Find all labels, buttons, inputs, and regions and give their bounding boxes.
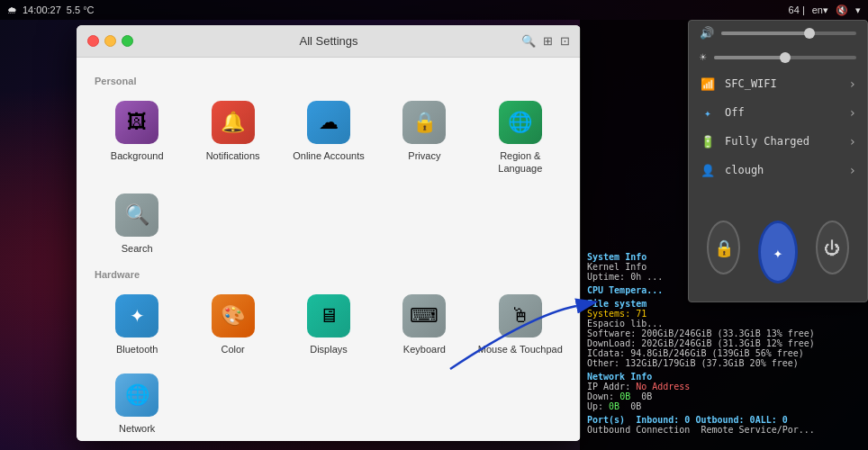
temperature-display: 5.5 °C bbox=[67, 4, 95, 15]
volume-slider-row: 🔊 bbox=[689, 21, 867, 45]
notifications-label: Notifications bbox=[206, 149, 260, 162]
settings-titlebar: All Settings 🔍 ⊞ ⊡ bbox=[77, 25, 581, 58]
system-dropdown-menu: 🔊 ☀ 📶 SFC_WIFI ✦ Off 🔋 Fully Ch bbox=[688, 20, 868, 302]
sidebar-item-privacy[interactable]: 🔒 Privacy bbox=[378, 94, 470, 183]
wifi-label: SFC_WIFI bbox=[725, 77, 777, 90]
background-icon: 🖼 bbox=[115, 101, 158, 144]
sysmon-espacio: Espacio lib... bbox=[587, 319, 861, 328]
search-label: Search bbox=[122, 242, 153, 255]
hardware-grid: ✦ Bluetooth 🎨 Color 🖥 Displays ⌨ Keyboar… bbox=[91, 287, 566, 441]
settings-body: Personal 🖼 Background 🔔 Notifications ☁ … bbox=[77, 58, 581, 441]
sidebar-item-region[interactable]: 🌐 Region & Language bbox=[475, 94, 566, 183]
sysmon-ip: IP Addr: No Address bbox=[587, 382, 861, 392]
sysmon-filesystem-systems: Systems: 71 bbox=[587, 309, 861, 319]
sidebar-item-color[interactable]: 🎨 Color bbox=[186, 287, 278, 363]
volume-slider-track[interactable] bbox=[721, 32, 856, 35]
volume-slider-icon: 🔊 bbox=[700, 26, 714, 40]
privacy-icon: 🔒 bbox=[402, 101, 446, 144]
network-icon: 🌐 bbox=[115, 374, 158, 417]
user-menu-item[interactable]: 👤 clough bbox=[689, 156, 867, 184]
privacy-label: Privacy bbox=[408, 149, 440, 162]
battery-label: Fully Charged bbox=[725, 135, 809, 148]
online-accounts-icon: ☁ bbox=[307, 101, 350, 144]
topbar: 🌧 14:00:27 5.5 °C 64 | en▾ 🔇 ▾ bbox=[0, 0, 868, 20]
displays-icon: 🖥 bbox=[307, 294, 350, 338]
mouse-icon: 🖱 bbox=[499, 294, 542, 338]
topbar-left: 🌧 14:00:27 5.5 °C bbox=[7, 4, 95, 15]
online-accounts-label: Online Accounts bbox=[293, 149, 365, 162]
sidebar-item-background[interactable]: 🖼 Background bbox=[91, 94, 183, 183]
hardware-section-label: Hardware bbox=[95, 269, 566, 280]
sidebar-item-bluetooth[interactable]: ✦ Bluetooth bbox=[91, 287, 183, 363]
sysmon-network-label: Network Info bbox=[587, 372, 861, 382]
brightness-slider-icon: ☀ bbox=[700, 50, 707, 64]
sysmon-other: Other: 132GiB/179GiB (37.3GiB 20% free) bbox=[587, 358, 861, 368]
star-circle-button[interactable]: ✦ bbox=[758, 220, 798, 284]
sysmon-icdata: ICdata: 94.8GiB/246GiB (139GiB 56% free) bbox=[587, 348, 861, 358]
weather-icon: 🌧 bbox=[7, 4, 17, 15]
personal-section-label: Personal bbox=[95, 76, 566, 86]
displays-label: Displays bbox=[310, 343, 348, 356]
personal-grid: 🖼 Background 🔔 Notifications ☁ Online Ac… bbox=[91, 94, 566, 262]
search-titlebar-icon[interactable]: 🔍 bbox=[521, 34, 536, 48]
sidebar-item-network[interactable]: 🌐 Network bbox=[91, 366, 183, 441]
settings-window: All Settings 🔍 ⊞ ⊡ Personal 🖼 Background… bbox=[77, 25, 581, 441]
titlebar-icons: 🔍 ⊞ ⊡ bbox=[521, 34, 570, 48]
region-icon: 🌐 bbox=[499, 101, 542, 144]
monitor-circles: 🔒 ✦ ⏻ bbox=[689, 202, 867, 302]
user-label: clough bbox=[725, 164, 764, 176]
bluetooth-menu-label: Off bbox=[725, 106, 745, 119]
sidebar-item-displays[interactable]: 🖥 Displays bbox=[283, 287, 375, 363]
system-menu-icon[interactable]: ▾ bbox=[855, 4, 861, 16]
search-settings-icon: 🔍 bbox=[115, 194, 158, 237]
notifications-icon: 🔔 bbox=[212, 101, 255, 144]
color-label: Color bbox=[221, 343, 244, 356]
sidebar-item-notifications[interactable]: 🔔 Notifications bbox=[186, 94, 278, 183]
brightness-slider-thumb[interactable] bbox=[780, 52, 791, 63]
minimize-button[interactable] bbox=[104, 35, 116, 47]
volume-slider-fill bbox=[721, 32, 809, 35]
language-selector[interactable]: en▾ bbox=[812, 4, 828, 16]
sysmon-software: Software: 200GiB/246GiB (33.3GiB 13% fre… bbox=[587, 328, 861, 338]
keyboard-label: Keyboard bbox=[403, 343, 446, 356]
brightness-slider-track[interactable] bbox=[714, 56, 856, 59]
wifi-menu-item[interactable]: 📶 SFC_WIFI bbox=[689, 69, 867, 98]
volume-slider-thumb[interactable] bbox=[804, 28, 815, 39]
bluetooth-menu-item[interactable]: ✦ Off bbox=[689, 98, 867, 127]
battery-menu-item[interactable]: 🔋 Fully Charged bbox=[689, 127, 867, 156]
user-menu-icon: 👤 bbox=[700, 162, 716, 178]
battery-icon: 🔋 bbox=[700, 133, 716, 149]
settings-window-title: All Settings bbox=[299, 34, 357, 48]
mouse-label: Mouse & Touchpad bbox=[478, 343, 563, 356]
lock-circle-button[interactable]: 🔒 bbox=[707, 220, 740, 274]
wifi-icon: 📶 bbox=[700, 76, 716, 92]
sysmon-download: DownLoad: 202GiB/246GiB (31.3GiB 12% fre… bbox=[587, 338, 861, 348]
sysmon-down: Down: 0B 0B bbox=[587, 392, 861, 401]
sysmon-ports-label: Port(s) Inbound: 0 Outbound: 0ALL: 0 bbox=[587, 415, 861, 425]
keyboard-icon: ⌨ bbox=[402, 294, 446, 338]
bluetooth-label: Bluetooth bbox=[116, 343, 158, 356]
time-display: 14:00:27 bbox=[23, 4, 61, 15]
sidebar-item-keyboard[interactable]: ⌨ Keyboard bbox=[378, 287, 470, 363]
bluetooth-icon: ✦ bbox=[115, 294, 158, 338]
power-circle-button[interactable]: ⏻ bbox=[816, 220, 849, 274]
maximize-button[interactable] bbox=[122, 35, 133, 47]
sysmon-up: Up: 0B 0B bbox=[587, 401, 861, 411]
region-label: Region & Language bbox=[478, 149, 563, 176]
bluetooth-menu-icon: ✦ bbox=[700, 104, 716, 121]
view-icon[interactable]: ⊞ bbox=[543, 34, 553, 48]
brightness-slider-row: ☀ bbox=[689, 45, 867, 69]
topbar-right: 64 | en▾ 🔇 ▾ bbox=[789, 4, 861, 16]
close-button[interactable] bbox=[87, 35, 99, 47]
color-icon: 🎨 bbox=[212, 294, 255, 338]
sysmon-outbound-conn: Outbound Connection Remote Service/Por..… bbox=[587, 425, 861, 435]
background-label: Background bbox=[111, 149, 164, 162]
volume-icon[interactable]: 🔇 bbox=[836, 4, 848, 16]
window-controls[interactable] bbox=[87, 35, 133, 47]
monitor-label: 64 | bbox=[789, 4, 805, 15]
sidebar-item-online-accounts[interactable]: ☁ Online Accounts bbox=[283, 94, 375, 183]
sidebar-item-search[interactable]: 🔍 Search bbox=[91, 186, 183, 262]
brightness-slider-fill bbox=[714, 56, 785, 59]
sidebar-item-mouse[interactable]: 🖱 Mouse & Touchpad bbox=[475, 287, 566, 363]
more-icon[interactable]: ⊡ bbox=[560, 34, 570, 48]
